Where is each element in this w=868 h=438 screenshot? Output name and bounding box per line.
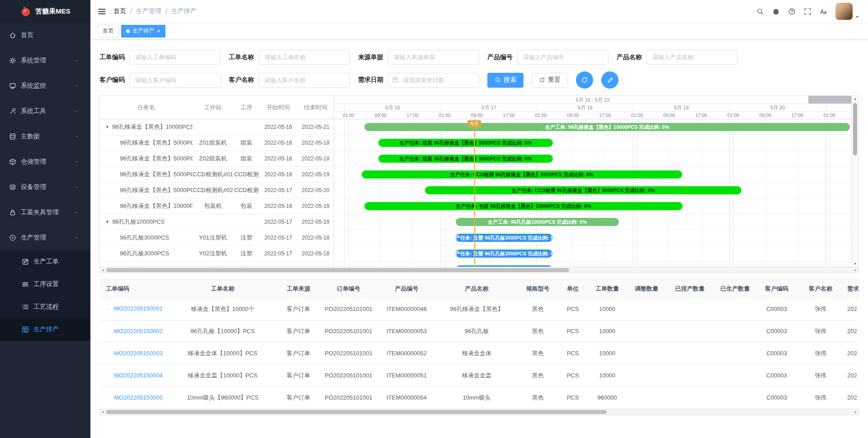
- sidebar-item-system-monitor[interactable]: 系统监控: [0, 73, 90, 99]
- question-button[interactable]: [788, 8, 796, 15]
- sidebar-item-fixture-management[interactable]: 工装夹具管理: [0, 200, 90, 225]
- order-code-link[interactable]: MO202205150004: [114, 372, 163, 379]
- gantt-bar[interactable]: 生产任务: 注塑 96孔孔板3000PCS 完成比例: 0%: [456, 250, 552, 258]
- work-order-code-input[interactable]: [129, 50, 221, 65]
- order-row[interactable]: MO202205150004移液盒盒盖【10000】PCS客户订单PO20220…: [99, 364, 859, 386]
- gantt-horizontal-scrollbar[interactable]: ◄ ►: [99, 267, 859, 273]
- scroll-left-arrow-icon[interactable]: ◄: [101, 410, 104, 414]
- customer-code-input[interactable]: [129, 73, 221, 88]
- scroll-left-arrow-icon[interactable]: ◄: [101, 268, 104, 272]
- order-code-link[interactable]: MO202205150003: [114, 350, 163, 357]
- gantt-bar[interactable]: 生产任务: 组装 96孔移液盒【黑色】5000PCS 完成比例: 0%: [378, 139, 553, 147]
- scrollbar-thumb[interactable]: [853, 103, 857, 155]
- sidebar-item-label: 生产排产: [33, 325, 84, 334]
- demand-date-input[interactable]: [388, 73, 479, 88]
- search-button[interactable]: [756, 8, 764, 15]
- order-cell: [712, 364, 758, 386]
- timeline-hour-label: 09:00: [760, 113, 771, 118]
- breadcrumb-item[interactable]: 生产排产: [171, 7, 197, 15]
- customer-name-input[interactable]: [259, 73, 350, 88]
- order-code-link[interactable]: MO202205150005: [114, 394, 163, 401]
- sidebar-item-home[interactable]: 首页: [0, 23, 90, 48]
- sidebar-item-system-management[interactable]: 系统管理: [0, 48, 90, 73]
- tab-production-scheduling[interactable]: 生产排产×: [121, 25, 165, 38]
- github-button[interactable]: [772, 8, 780, 15]
- gantt-bar[interactable]: 生产任务: 包装 96孔移液盒【黑色】10000PCS 完成比例: 0%: [364, 202, 683, 210]
- gantt-task-row[interactable]: 96孔孔板3000PCSY01注塑机注塑2022-05-172022-05-18: [100, 230, 334, 246]
- user-menu[interactable]: [835, 3, 860, 20]
- avatar[interactable]: [835, 3, 853, 20]
- task-name-cell: 96孔移液盒【黑色】5000PCS: [100, 186, 193, 194]
- gantt-bar[interactable]: 生产任务: 组装 96孔移液盒【黑色】5000PCS 完成比例: 0%: [378, 155, 553, 163]
- edit-circle-button[interactable]: [601, 71, 618, 89]
- close-icon[interactable]: ×: [157, 28, 160, 34]
- order-code-link[interactable]: MO202205150001: [114, 305, 163, 312]
- gantt-bar[interactable]: 生产任务: CCD检测 96孔移液盒【黑色】5000PCS 完成比例: 0%: [425, 186, 741, 194]
- product-code-input[interactable]: [517, 50, 609, 65]
- gantt-task-row[interactable]: ▼96孔孔板10000PCS2022-05-172022-05-19: [100, 214, 334, 230]
- gantt-task-row[interactable]: 96孔移液盒【黑色】5000PCSZ01组装机组装2022-05-162022-…: [100, 135, 334, 151]
- logo-icon-wrap: [20, 5, 32, 17]
- sidebar-item-system-tools[interactable]: 系统工具: [0, 99, 90, 124]
- reset-button[interactable]: 重置: [532, 73, 568, 88]
- sidebar-item-production-management[interactable]: 生产管理: [0, 225, 90, 250]
- sidebar-item-production-scheduling[interactable]: 生产排产: [0, 318, 90, 341]
- work-order-name-input[interactable]: [259, 50, 350, 65]
- scroll-up-arrow-icon[interactable]: ▲: [852, 97, 859, 100]
- gantt-task-row[interactable]: 96孔移液盒【黑色】5000PCSCCD检测机#01CCD检测2022-05-1…: [100, 167, 334, 183]
- pencil-icon: [607, 77, 613, 84]
- search-button[interactable]: 搜索: [487, 73, 524, 88]
- sidebar-item-process-flow[interactable]: 工艺流程: [0, 296, 90, 318]
- monitor-icon: [9, 82, 16, 89]
- sidebar-item-equipment-management[interactable]: 设备管理: [0, 174, 90, 200]
- product-name-input[interactable]: [646, 50, 738, 65]
- start-time-cell: 2022-05-16: [259, 171, 297, 178]
- source-doc-input[interactable]: [388, 50, 479, 65]
- sidebar-item-process-settings[interactable]: 工序设置: [0, 273, 90, 296]
- order-code-link[interactable]: MO202205150002: [114, 328, 163, 334]
- scrollbar-thumb[interactable]: [106, 410, 607, 414]
- scroll-right-arrow-icon[interactable]: ►: [854, 410, 857, 414]
- task-name: 96孔移液盒【黑色】5000PCS: [120, 186, 193, 194]
- order-row[interactable]: MO202205150001移液盒【黑色】10000个客户订单PO2022051…: [99, 298, 859, 320]
- order-row[interactable]: MO20220515000296孔孔板【10000】PCS客户订单PO20220…: [99, 320, 859, 342]
- sidebar-item-production-work-order[interactable]: 生产工单: [0, 250, 90, 273]
- collapse-triangle-icon[interactable]: ▼: [105, 220, 109, 224]
- orders-horizontal-scrollbar[interactable]: ◄ ►: [99, 409, 859, 415]
- tab-label: 生产排产: [132, 27, 154, 35]
- gantt-task-row[interactable]: 96孔孔板3000PCSY02注塑机注塑2022-05-172022-05-18: [100, 246, 334, 262]
- tab-home[interactable]: 首页: [98, 25, 118, 38]
- breadcrumb-item[interactable]: 首页: [113, 7, 126, 15]
- fullscreen-button[interactable]: [804, 8, 811, 15]
- gantt-task-row[interactable]: ▼96孔移液盒【黑色】10000PCS2022-05-162022-05-21: [100, 119, 334, 135]
- sidebar-toggle-button[interactable]: [98, 7, 106, 16]
- app-logo[interactable]: 苦糖果MES: [0, 0, 90, 23]
- gantt-bar[interactable]: 生产工单: 96孔移液盒【黑色】10000PCS 完成比例: 0%: [364, 123, 849, 131]
- scroll-down-arrow-icon[interactable]: ▼: [852, 262, 859, 265]
- order-code-cell: MO202205150005: [99, 386, 167, 409]
- breadcrumb-item[interactable]: 生产管理: [136, 7, 161, 15]
- sidebar-item-master-data[interactable]: 主数据: [0, 124, 90, 149]
- scrollbar-thumb[interactable]: [106, 268, 569, 272]
- gantt-vertical-scrollbar[interactable]: ▲ ▼: [851, 96, 859, 267]
- sidebar-item-warehouse-management[interactable]: 仓储管理: [0, 149, 90, 174]
- gantt-task-row[interactable]: 96孔移液盒【黑色】10000PCS包装机包装2022-05-162022-05…: [100, 198, 334, 214]
- expand-chevron-icon[interactable]: [106, 306, 114, 313]
- font-size-button[interactable]: [820, 8, 827, 15]
- order-row[interactable]: MO202205150003移液盒盒体【10000】PCS客户订单PO20220…: [99, 342, 859, 364]
- collapse-triangle-icon[interactable]: ▼: [105, 125, 109, 129]
- refresh-circle-button[interactable]: [576, 71, 593, 89]
- gantt-bar[interactable]: 生产任务: 注塑 96孔孔板3000PCS 完成比例: 0%: [456, 265, 552, 267]
- gantt-bar[interactable]: 生产任务: CCD检测 96孔移液盒【黑色】5000PCS 完成比例: 0%: [362, 170, 682, 179]
- tags-view: 首页生产排产×: [90, 23, 868, 40]
- gantt-bar[interactable]: 生产工单: 96孔孔板10000PCS 完成比例: 0%: [456, 218, 619, 226]
- hamburger-icon: [98, 7, 106, 16]
- scroll-right-arrow-icon[interactable]: ►: [854, 268, 857, 272]
- timeline-day-cell: [826, 104, 851, 111]
- gantt-bar[interactable]: 生产任务: 注塑 96孔孔板3000PCS 完成比例: 0%: [456, 234, 552, 242]
- gantt-task-row[interactable]: 96孔移液盒【黑色】5000PCSCCD检测机#02CCD检测2022-05-1…: [100, 183, 334, 198]
- gantt-task-row[interactable]: 96孔孔板3000PCSY03注塑机注塑2022-05-172022-05-18: [100, 262, 334, 267]
- order-row[interactable]: MO20220515000510mm吸头【960000】PCS客户订单PO202…: [99, 386, 859, 409]
- filter-label: 客户编码: [99, 76, 125, 84]
- gantt-task-row[interactable]: 96孔移液盒【黑色】5000PCSZ02组装机组装2022-05-162022-…: [100, 151, 334, 167]
